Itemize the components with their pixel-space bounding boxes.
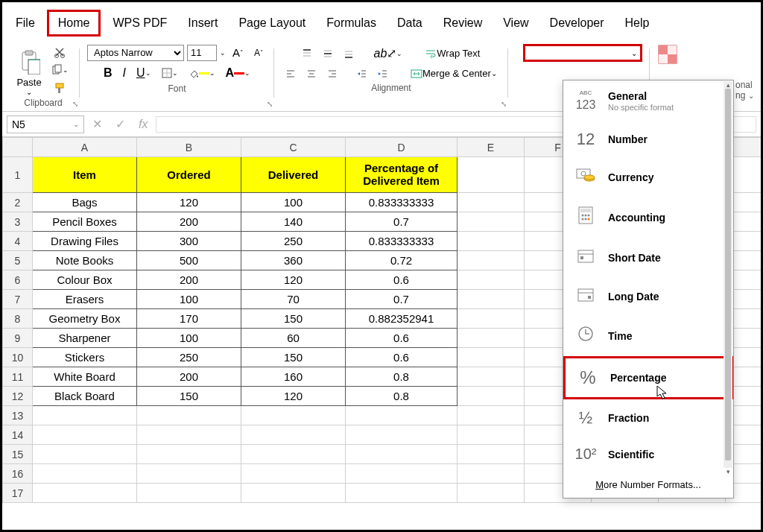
cell[interactable]: 0.72 [346,251,458,270]
orientation-button[interactable]: ab⤢⌄ [370,44,406,63]
conditional-formatting-icon[interactable] [657,44,678,65]
tab-file[interactable]: File [7,12,44,34]
tab-view[interactable]: View [494,12,537,34]
row-header[interactable]: 16 [3,464,33,484]
cell[interactable]: 200 [137,367,241,387]
font-name-select[interactable]: Aptos Narrow [87,45,184,61]
cell[interactable]: 200 [137,212,241,232]
cell[interactable]: 0.7 [346,290,458,309]
col-header-B[interactable]: B [137,138,241,157]
row-header[interactable]: 4 [3,232,33,251]
cell[interactable]: 250 [137,348,241,367]
fill-color-button[interactable]: ⌄ [185,66,219,80]
cell[interactable]: 300 [137,232,241,251]
name-box[interactable]: N5⌄ [7,115,84,133]
tab-data[interactable]: Data [388,12,431,34]
font-color-button[interactable]: A⌄ [222,64,255,82]
table-header-cell[interactable]: Ordered [137,157,241,193]
row-header[interactable]: 15 [3,445,33,464]
cell[interactable]: 500 [137,251,241,270]
cell[interactable]: Sharpener [33,329,137,348]
col-header-A[interactable]: A [33,138,137,157]
align-middle-button[interactable] [319,46,337,61]
format-item-shortdate[interactable]: Short Date [563,238,733,277]
borders-button[interactable]: ⌄ [158,66,182,80]
cell[interactable]: Stickers [33,348,137,367]
row-header[interactable]: 5 [3,251,33,270]
table-header-cell[interactable]: Item [33,157,137,193]
fx-icon[interactable]: fx [135,115,151,133]
row-header[interactable]: 1 [3,157,33,193]
cell[interactable]: 120 [241,270,346,290]
row-header[interactable]: 13 [3,406,33,425]
cell[interactable]: 0.833333333 [346,232,458,251]
format-item-number[interactable]: 12 Number [563,121,733,158]
align-bottom-button[interactable] [340,46,358,61]
clipboard-launcher-icon[interactable]: ⤡ [72,100,78,108]
tab-home[interactable]: Home [47,10,101,37]
cell[interactable]: 360 [241,251,346,270]
row-header[interactable]: 11 [3,367,33,387]
cell[interactable]: 100 [241,193,346,212]
row-header[interactable]: 9 [3,329,33,348]
cell[interactable]: 170 [137,309,241,329]
wrap-text-button[interactable]: Wrap Text [421,45,484,61]
cell[interactable]: 0.833333333 [346,193,458,212]
cell[interactable]: 250 [241,232,346,251]
col-header-E[interactable]: E [458,138,525,157]
cell[interactable]: White Board [33,367,137,387]
tab-wpspdf[interactable]: WPS PDF [104,12,176,34]
format-item-time[interactable]: Time [563,316,733,356]
cell[interactable]: Pencil Boxes [33,212,137,232]
row-header[interactable]: 17 [3,484,33,503]
table-header-cell[interactable]: Delivered [241,157,346,193]
copy-button[interactable]: ⌄ [47,62,72,78]
more-number-formats[interactable]: More Number Formats... [563,472,733,498]
paste-button[interactable] [14,47,44,77]
font-launcher-icon[interactable]: ⤡ [267,100,273,108]
cell[interactable]: 0.6 [346,348,458,367]
cell[interactable]: 0.8 [346,367,458,387]
tab-developer[interactable]: Developer [541,12,613,34]
merge-center-button[interactable]: Merge & Center ⌄ [407,66,501,81]
row-header[interactable]: 7 [3,290,33,309]
cell[interactable]: Black Board [33,387,137,406]
row-header[interactable]: 2 [3,193,33,212]
tab-pagelayout[interactable]: Page Layout [229,12,314,34]
row-header[interactable]: 8 [3,309,33,329]
format-item-longdate[interactable]: Long Date [563,277,733,316]
tab-help[interactable]: Help [616,12,659,34]
align-right-button[interactable] [323,66,341,81]
align-center-button[interactable] [303,66,320,81]
cell[interactable]: Erasers [33,290,137,309]
dropdown-scrollbar[interactable]: ▴ ▾ [724,81,732,468]
tab-review[interactable]: Review [434,12,491,34]
cell[interactable]: Bags [33,193,137,212]
number-format-combo[interactable]: ⌄ [523,44,642,62]
tab-insert[interactable]: Insert [179,12,227,34]
decrease-indent-button[interactable] [353,66,371,81]
format-item-percentage[interactable]: % Percentage [563,356,733,399]
cell[interactable]: 0.7 [346,212,458,232]
format-item-general[interactable]: ABC123 GeneralNo specific format [563,80,733,121]
cell[interactable]: 100 [137,329,241,348]
row-header[interactable]: 10 [3,348,33,367]
row-header[interactable]: 12 [3,387,33,406]
col-header-C[interactable]: C [241,138,346,157]
cell[interactable]: 0.6 [346,270,458,290]
italic-button[interactable]: I [119,64,130,82]
tab-formulas[interactable]: Formulas [317,12,385,34]
cell[interactable]: Note Books [33,251,137,270]
cell[interactable]: 200 [137,270,241,290]
row-header[interactable]: 14 [3,425,33,445]
table-header-cell[interactable]: Percentage of Delivered Item [346,157,458,193]
cell[interactable]: 70 [241,290,346,309]
format-painter-button[interactable] [47,80,72,96]
col-header-D[interactable]: D [346,138,458,157]
align-top-button[interactable] [298,46,316,61]
cell[interactable]: 120 [137,193,241,212]
format-item-accounting[interactable]: Accounting [563,197,733,238]
cell[interactable]: 0.6 [346,329,458,348]
cell[interactable]: 120 [241,387,346,406]
cell[interactable]: Colour Box [33,270,137,290]
